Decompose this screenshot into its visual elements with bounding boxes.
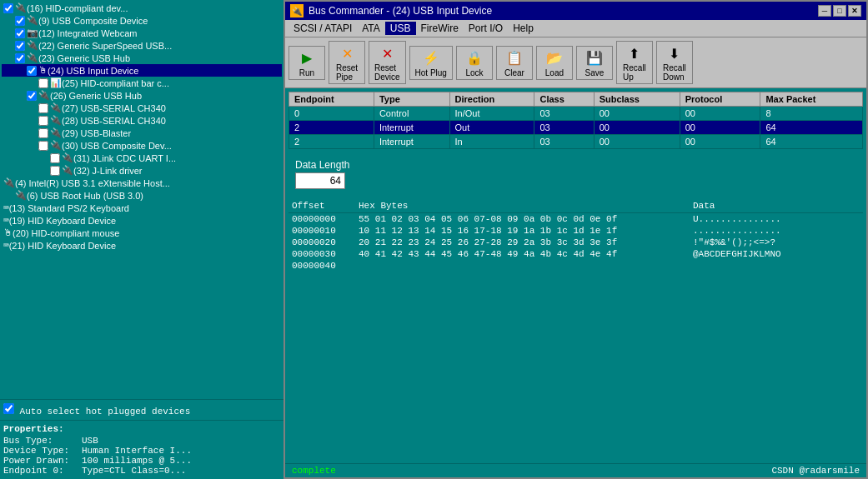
tree-icon: 🔌 <box>27 40 38 51</box>
tree-item[interactable]: 🔌 (32) J-Link driver <box>2 164 282 177</box>
tree-item[interactable]: 🔌 (23) Generic USB Hub <box>2 52 282 64</box>
hex-data-text: @ABCDEFGHIJKLMNO <box>693 249 860 259</box>
run-button[interactable]: ▶Run <box>288 46 325 80</box>
hex-row: 0000003040 41 42 43 44 45 46 47-48 49 4a… <box>288 248 863 260</box>
load-button[interactable]: 📂Load <box>536 46 573 80</box>
tree-item[interactable]: 🔌 (6) USB Root Hub (USB 3.0) <box>2 189 282 202</box>
hex-row: 00000040 <box>288 260 863 272</box>
maximize-button[interactable]: □ <box>833 5 846 17</box>
property-row: Power Drawn:100 milliamps @ 5... <box>3 456 280 466</box>
tree-item[interactable]: ⌨ (13) Standard PS/2 Keyboard <box>2 202 282 214</box>
hex-bytes <box>359 261 693 271</box>
endpoint-cell-subclass: 00 <box>594 121 680 135</box>
tree-item[interactable]: 🔌 (30) USB Composite Dev... <box>2 139 282 152</box>
tree-label: (13) Standard PS/2 Keyboard <box>9 203 129 213</box>
tree-label: (20) HID-compliant mouse <box>13 228 119 238</box>
run-icon: ▶ <box>297 48 317 68</box>
recall-down-button[interactable]: ⬇RecallDown <box>656 41 693 84</box>
load-label: Load <box>545 68 564 77</box>
tree-label: (21) HID Keyboard Device <box>9 241 116 251</box>
tree-item[interactable]: 🔌 (31) JLink CDC UART I... <box>2 152 282 164</box>
menu-item-port-i-o[interactable]: Port I/O <box>464 22 508 35</box>
tree-item[interactable]: 🔌 (22) Generic SuperSpeed USB... <box>2 39 282 52</box>
endpoint-row[interactable]: 2InterruptOut03000064 <box>289 121 863 135</box>
reset-pipe-icon: ✕ <box>337 43 357 63</box>
tree-item[interactable]: 🔌 (28) USB-SERIAL CH340 <box>2 114 282 127</box>
endpoint-cell-endpoint: 2 <box>289 135 374 149</box>
reset-device-button[interactable]: ✕ResetDevice <box>369 41 406 84</box>
tree-icon: 🖱 <box>38 65 48 76</box>
minimize-button[interactable]: ─ <box>818 5 831 17</box>
save-button[interactable]: 💾Save <box>576 46 613 80</box>
tree-item[interactable]: 🖱 (24) USB Input Device <box>2 64 282 77</box>
auto-select-checkbox[interactable] <box>3 403 14 414</box>
recall-down-icon: ⬇ <box>665 43 685 63</box>
lock-button[interactable]: 🔒Lock <box>456 46 493 80</box>
tree-item[interactable]: 🔌 (26) Generic USB Hub <box>2 89 282 102</box>
tree-item[interactable]: 🔌 (29) USB-Blaster <box>2 127 282 139</box>
hex-offset: 00000000 <box>292 214 359 224</box>
hex-data-text <box>693 261 860 271</box>
tree-item[interactable]: ⌨ (19) HID Keyboard Device <box>2 214 282 227</box>
hot-plug-button[interactable]: ⚡Hot Plug <box>409 46 453 80</box>
tree-icon: 🔌 <box>15 2 27 13</box>
toolbar: ▶Run✕ResetPipe✕ResetDevice⚡Hot Plug🔒Lock… <box>285 37 866 88</box>
endpoint-row[interactable]: 0ControlIn/Out0300008 <box>289 107 863 121</box>
tree-icon: 🔌 <box>50 127 62 138</box>
menu-bar: SCSI / ATAPIATAUSBFireWirePort I/OHelp <box>285 20 866 37</box>
tree-item[interactable]: ⌨ (21) HID Keyboard Device <box>2 239 282 252</box>
tree-item[interactable]: 🖱 (20) HID-compliant mouse <box>2 227 282 239</box>
hex-header-offset: Offset <box>292 201 359 211</box>
tree-item[interactable]: 🔌 (4) Intel(R) USB 3.1 eXtensible Host..… <box>2 177 282 189</box>
menu-item-firewire[interactable]: FireWire <box>416 22 464 35</box>
tree-icon: ⌨ <box>3 215 9 226</box>
endpoint-cell-type: Interrupt <box>374 121 449 135</box>
endpoint-cell-endpoint: 0 <box>289 107 374 121</box>
reset-pipe-button[interactable]: ✕ResetPipe <box>329 41 365 84</box>
hex-offset: 00000040 <box>292 261 359 271</box>
tree-item[interactable]: 🔌 (9) USB Composite Device <box>2 14 282 27</box>
recall-up-label: RecallUp <box>623 63 646 82</box>
tree-item[interactable]: 📊 (25) HID-compliant bar c... <box>2 77 282 89</box>
run-label: Run <box>299 68 314 77</box>
endpoint-row[interactable]: 2InterruptIn03000064 <box>289 135 863 149</box>
tree-icon: 🔌 <box>62 152 73 163</box>
endpoint-cell-protocol: 00 <box>680 121 760 135</box>
hex-data-text: ................ <box>693 226 860 236</box>
endpoint-cell-class: 03 <box>534 107 594 121</box>
prop-key: Bus Type: <box>3 436 78 446</box>
save-icon: 💾 <box>585 48 605 68</box>
hex-header: Offset Hex Bytes Data <box>288 199 863 213</box>
endpoint-cell-endpoint: 2 <box>289 121 374 135</box>
tree-icon: 📷 <box>27 27 38 38</box>
hex-row: 0000002020 21 22 23 24 25 26 27-28 29 2a… <box>288 237 863 248</box>
clear-button[interactable]: 📋Clear <box>496 46 533 80</box>
tree-item[interactable]: 📷 (12) Integrated Webcam <box>2 27 282 39</box>
tree-icon: ⌨ <box>3 240 9 251</box>
endpoint-cell-max-packet: 64 <box>760 121 863 135</box>
menu-item-help[interactable]: Help <box>508 22 539 35</box>
col-header-direction: Direction <box>449 92 534 107</box>
menu-item-usb[interactable]: USB <box>385 22 416 35</box>
status-credit: CSDN @radarsmile <box>771 466 860 476</box>
menu-item-scsi---atapi[interactable]: SCSI / ATAPI <box>288 22 357 35</box>
tree-icon: 📊 <box>50 77 62 88</box>
recall-up-button[interactable]: ⬆RecallUp <box>616 41 653 84</box>
tree-item[interactable]: 🔌 (16) HID-compliant dev... <box>2 2 282 14</box>
endpoint-cell-protocol: 00 <box>680 107 760 121</box>
endpoint-cell-max-packet: 64 <box>760 135 863 149</box>
close-button[interactable]: ✕ <box>848 5 861 17</box>
tree-item[interactable]: 🔌 (27) USB-SERIAL CH340 <box>2 102 282 114</box>
col-header-subclass: Subclass <box>594 92 680 107</box>
tree-label: (16) HID-compliant dev... <box>27 3 128 13</box>
property-row: Endpoint 0:Type=CTL Class=0... <box>3 466 280 476</box>
endpoint-cell-class: 03 <box>534 135 594 149</box>
hex-header-hex: Hex Bytes <box>359 201 693 211</box>
title-bar-left: 🔌 Bus Commander - (24) USB Input Device <box>290 4 492 17</box>
prop-key: Power Drawn: <box>3 456 78 466</box>
menu-item-ata[interactable]: ATA <box>357 22 385 35</box>
hex-data-text: !"#$%&'();;<=>? <box>693 237 860 247</box>
endpoint-cell-class: 03 <box>534 121 594 135</box>
property-row: Device Type:Human Interface I... <box>3 446 280 456</box>
endpoint-cell-subclass: 00 <box>594 107 680 121</box>
